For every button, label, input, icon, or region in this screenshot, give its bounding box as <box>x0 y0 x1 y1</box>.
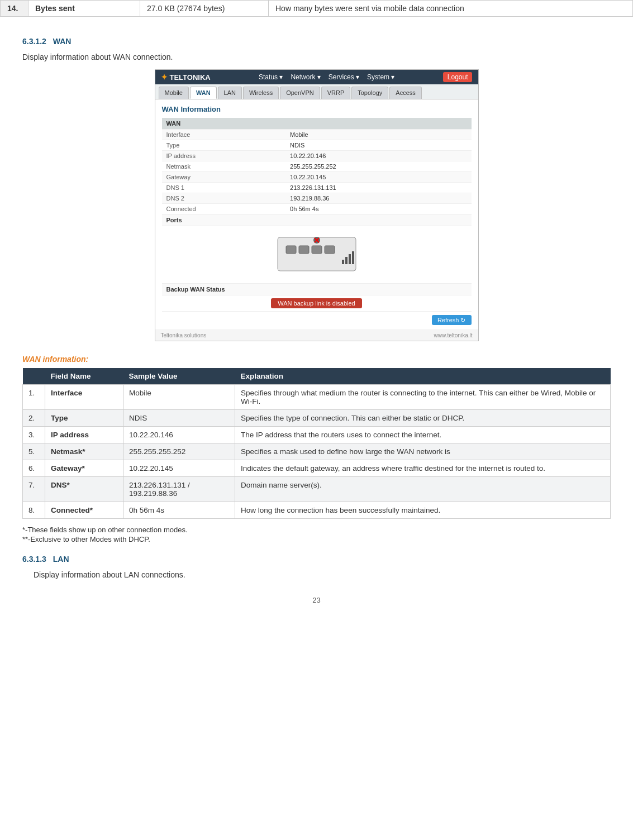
refresh-button[interactable]: Refresh ↻ <box>432 315 472 325</box>
nav-system[interactable]: System ▾ <box>367 73 394 81</box>
wan-explanation-table: Field Name Sample Value Explanation 1. I… <box>22 368 611 519</box>
tab-access[interactable]: Access <box>389 87 421 99</box>
section-613-id: 6.3.1.3 <box>22 555 46 564</box>
footnote-2: **-Exclusive to other Modes with DHCP. <box>22 535 611 543</box>
footnotes: *-These fields show up on other connecti… <box>22 526 611 543</box>
header-field: Field Name <box>45 368 123 385</box>
explanation-cell: Specifies through what medium the router… <box>235 385 611 410</box>
router-logo: ✦ TELTONIKA <box>161 73 211 82</box>
field-name-cell: Type <box>45 410 123 427</box>
ports-group-row: Ports <box>162 214 472 226</box>
router-footer: Teltonika solutions www.teltonika.lt <box>155 330 478 341</box>
field-name: Bytes sent <box>28 1 140 16</box>
nav-status[interactable]: Status ▾ <box>259 73 283 81</box>
header-num <box>23 368 45 385</box>
footnote-1: *-These fields show up on other connecti… <box>22 526 611 534</box>
explanation-cell: How long the connection has been success… <box>235 502 611 519</box>
refresh-container: Refresh ↻ <box>162 316 472 324</box>
field-name-cell: Gateway* <box>45 460 123 477</box>
tab-mobile[interactable]: Mobile <box>159 87 189 99</box>
router-tabs: Mobile WAN LAN Wireless OpenVPN VRRP Top… <box>155 84 478 99</box>
section-613: 6.3.1.3 LAN Display information about LA… <box>22 555 611 579</box>
table-row: Interface Mobile <box>162 130 472 140</box>
sample-value-cell: 0h 56m 4s <box>123 502 235 519</box>
backup-group-row: Backup WAN Status <box>162 284 472 295</box>
table-row: 7. DNS* 213.226.131.131 / 193.219.88.36 … <box>23 477 611 502</box>
tab-vrrp[interactable]: VRRP <box>321 87 351 99</box>
wan-info-label: WAN information: <box>22 355 611 364</box>
svg-rect-2 <box>299 246 309 254</box>
section-613-header: 6.3.1.3 LAN <box>22 555 611 564</box>
tab-wan[interactable]: WAN <box>190 87 217 99</box>
explanation-cell: Domain name server(s). <box>235 477 611 502</box>
backup-status-row: WAN backup link is disabled <box>162 295 472 312</box>
table-row: 6. Gateway* 10.22.20.145 Indicates the d… <box>23 460 611 477</box>
table-row: 2. Type NDIS Specifies the type of conne… <box>23 410 611 427</box>
sample-value-cell: 10.22.20.146 <box>123 427 235 443</box>
table-row: DNS 2 193.219.88.36 <box>162 193 472 204</box>
footer-left: Teltonika solutions <box>161 332 207 338</box>
svg-rect-9 <box>345 257 348 264</box>
table-row: DNS 1 213.226.131.131 <box>162 183 472 193</box>
table-row: Type NDIS <box>162 140 472 151</box>
row-num: 1. <box>23 385 45 410</box>
logout-button[interactable]: Logout <box>443 72 473 82</box>
ports-visual-row <box>162 226 472 284</box>
svg-rect-10 <box>349 254 351 264</box>
table-row: 1. Interface Mobile Specifies through wh… <box>23 385 611 410</box>
section-id: 6.3.1.2 <box>22 37 46 46</box>
table-row: Netmask 255.255.255.252 <box>162 161 472 172</box>
table-header-row: Field Name Sample Value Explanation <box>23 368 611 385</box>
wan-group-row: WAN <box>162 118 472 130</box>
svg-rect-3 <box>312 246 322 254</box>
nav-services[interactable]: Services ▾ <box>329 73 359 81</box>
svg-rect-11 <box>352 251 354 264</box>
explanation-cell: The IP address that the routers uses to … <box>235 427 611 443</box>
wan-data-table: WAN Interface Mobile Type NDIS IP addres… <box>162 118 472 312</box>
router-body: WAN Information WAN Interface Mobile Typ… <box>155 99 478 330</box>
field-name-cell: IP address <box>45 427 123 443</box>
table-row: IP address 10.22.20.146 <box>162 151 472 161</box>
row-num: 3. <box>23 427 45 443</box>
explanation-cell: Indicates the default gateway, an addres… <box>235 460 611 477</box>
svg-rect-4 <box>325 246 335 254</box>
sample-value-cell: Mobile <box>123 385 235 410</box>
field-name-cell: Interface <box>45 385 123 410</box>
svg-rect-1 <box>286 246 296 254</box>
row-number: 14. <box>1 1 28 16</box>
main-content: 6.3.1.2 WAN Display information about WA… <box>0 17 633 627</box>
section-title: WAN <box>53 37 72 46</box>
router-topbar: ✦ TELTONIKA Status ▾ Network ▾ Services … <box>155 70 478 84</box>
field-name-cell: Connected* <box>45 502 123 519</box>
row-num: 6. <box>23 460 45 477</box>
tab-lan[interactable]: LAN <box>218 87 242 99</box>
explanation-cell: Specifies a mask used to define how larg… <box>235 443 611 460</box>
svg-rect-8 <box>342 260 344 264</box>
backup-status-badge: WAN backup link is disabled <box>271 298 361 308</box>
section-613-title: LAN <box>53 555 69 564</box>
section-612-header: 6.3.1.2 WAN <box>22 37 611 46</box>
header-sample: Sample Value <box>123 368 235 385</box>
row-num: 7. <box>23 477 45 502</box>
tab-wireless[interactable]: Wireless <box>243 87 279 99</box>
sample-value-cell: 255.255.255.252 <box>123 443 235 460</box>
sample-value-cell: 213.226.131.131 / 193.219.88.36 <box>123 477 235 502</box>
table-row: 5. Netmask* 255.255.255.252 Specifies a … <box>23 443 611 460</box>
row-num: 8. <box>23 502 45 519</box>
table-row: 8. Connected* 0h 56m 4s How long the con… <box>23 502 611 519</box>
section-613-desc: Display information about LAN connection… <box>22 570 611 579</box>
row-num: 5. <box>23 443 45 460</box>
table-row: Gateway 10.22.20.145 <box>162 172 472 183</box>
table-row: Connected 0h 56m 4s <box>162 204 472 214</box>
header-explanation: Explanation <box>235 368 611 385</box>
page-number: 23 <box>22 596 611 604</box>
explanation: How many bytes were sent via mobile data… <box>269 1 632 16</box>
tab-topology[interactable]: Topology <box>351 87 388 99</box>
nav-network[interactable]: Network ▾ <box>291 73 320 81</box>
sample-value-cell: NDIS <box>123 410 235 427</box>
footer-right: www.teltonika.lt <box>434 332 473 338</box>
router-nav: Status ▾ Network ▾ Services ▾ System ▾ <box>259 73 394 81</box>
tab-openvpn[interactable]: OpenVPN <box>280 87 320 99</box>
sample-value-cell: 10.22.20.145 <box>123 460 235 477</box>
explanation-cell: Specifies the type of connection. This c… <box>235 410 611 427</box>
